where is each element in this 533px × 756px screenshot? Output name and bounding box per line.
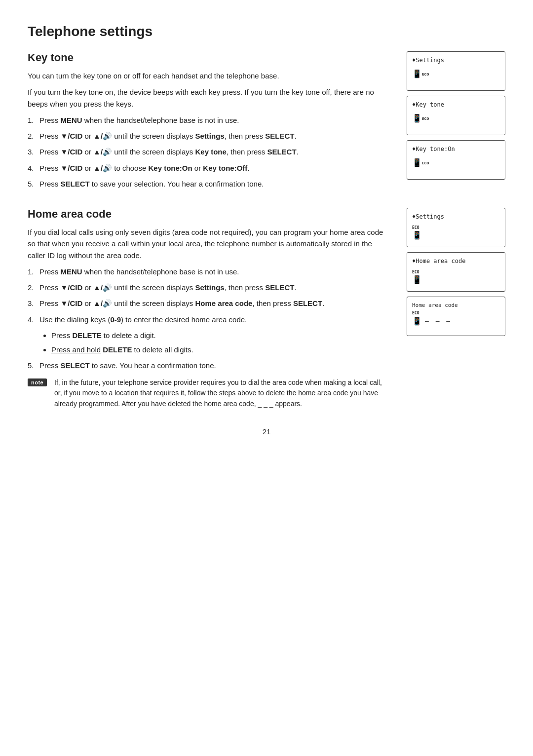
hac-bullets: Press DELETE to delete a digit. Press an… [51,330,391,356]
hac-step-5: 5. Press SELECT to save. You hear a conf… [28,360,391,371]
key-tone-title: Key tone [28,51,391,64]
home-area-code-screens: ♦Settings ECO 📱 ♦Home area code ECO 📱 [407,208,505,410]
hac-screen3-dashes: — — — [425,317,452,325]
key-tone-intro-p1: You can turn the key tone on or off for … [28,70,391,81]
hac-step-1: 1. Press MENU when the handset/telephone… [28,266,391,277]
hac-step-3: 3. Press ▼/CID or ▲/🔊 until the screen d… [28,298,391,309]
key-tone-left-col: Key tone You can turn the key tone on or… [28,51,407,194]
key-tone-step-3: 3. Press ▼/CID or ▲/🔊 until the screen d… [28,146,391,157]
hac-bullet-1: Press DELETE to delete a digit. [51,330,391,341]
screen3-eco-badge: ECO [422,161,429,165]
hac-bullet-2: Press and hold DELETE to delete all digi… [51,344,391,355]
hac-screen2-eco-top: ECO [412,270,419,274]
key-tone-step-4: 4. Press ▼/CID or ▲/🔊 to choose Key tone… [28,162,391,174]
hac-screen3-handset-icon: 📱 [412,316,422,326]
screen1-arrow: ♦Settings [412,56,444,65]
hac-screen3-text: Home area code [412,301,458,310]
home-area-code-left-col: Home area code If you dial local calls u… [28,208,407,410]
hac-screen-3: Home area code ECO 📱 — — — [407,297,505,336]
screen1-handset-icon: 📱 [412,69,422,79]
hac-screen1-eco-top: ECO [412,226,419,230]
screen1-eco-badge: ECO [422,72,429,76]
hac-screen2-handset-icon: 📱 [412,276,422,285]
key-tone-step-1: 1. Press MENU when the handset/telephone… [28,114,391,126]
hac-screen3-eco-sub: ECO [412,311,419,315]
screen2-handset-icon: 📱 [412,113,422,123]
screen3-handset-icon: 📱 [412,158,422,168]
hac-screen-1: ♦Settings ECO 📱 [407,208,505,247]
key-tone-step-2: 2. Press ▼/CID or ▲/🔊 until the screen d… [28,130,391,142]
screen3-text: ♦Key tone:On [412,145,455,154]
key-tone-intro-p2: If you turn the key tone on, the device … [28,86,391,110]
hac-note: note If, in the future, your telephone s… [28,378,391,410]
hac-step-4: 4. Use the dialing keys (0-9) to enter t… [28,314,391,325]
page-number: 21 [28,427,505,436]
hac-step-2: 2. Press ▼/CID or ▲/🔊 until the screen d… [28,282,391,293]
hac-screen1-handset-icon: 📱 [412,231,422,240]
key-tone-screen-3: ♦Key tone:On 📱 ECO [407,140,505,180]
hac-screen1-text: ♦Settings [412,212,444,222]
key-tone-screen-2: ♦Key tone 📱 ECO [407,96,505,135]
hac-screen2-text: ♦Home area code [412,257,465,266]
note-text: If, in the future, your telephone servic… [54,378,391,410]
screen2-text: ♦Key tone [412,100,444,110]
home-area-code-intro: If you dial local calls using only seven… [28,227,391,261]
page-title: Telephone settings [28,24,505,39]
home-area-code-title: Home area code [28,208,391,221]
key-tone-screen-1: ♦Settings 📱 ECO [407,51,505,91]
key-tone-screens: ♦Settings 📱 ECO ♦Key tone 📱 ECO ♦Key ton… [407,51,505,194]
hac-screen-2: ♦Home area code ECO 📱 [407,252,505,292]
screen2-eco-badge: ECO [422,116,429,121]
note-label: note [28,378,47,386]
key-tone-step-5: 5. Press SELECT to save your selection. … [28,178,391,189]
